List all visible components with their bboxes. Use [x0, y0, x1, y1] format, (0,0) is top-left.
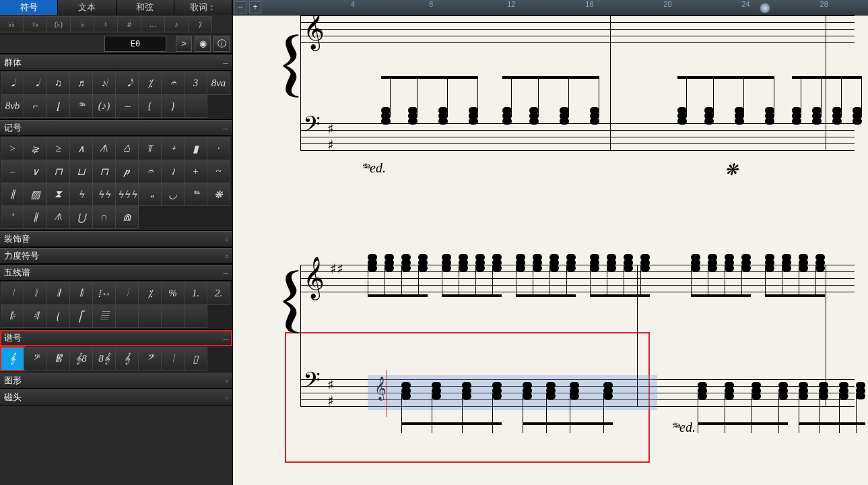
acc-cell[interactable]: …: [141, 16, 165, 32]
palette-cell[interactable]: ⎡: [69, 304, 93, 328]
palette-cell[interactable]: 𝄄: [115, 282, 139, 305]
section-staff-header[interactable]: 五线谱 –: [0, 265, 232, 281]
palette-cell[interactable]: [184, 94, 207, 118]
tab-text[interactable]: 文本: [58, 0, 116, 15]
palette-cell[interactable]: [184, 304, 207, 328]
palette-cell[interactable]: 𝄢: [24, 347, 47, 370]
palette-cell[interactable]: ⁒: [138, 71, 162, 95]
palette-cell[interactable]: 𝄚: [92, 304, 116, 328]
palette-cell[interactable]: ￬: [161, 137, 185, 160]
tab-chord[interactable]: 和弦: [116, 0, 174, 15]
palette-cell[interactable]: 8𝄞: [92, 347, 116, 370]
palette-cell[interactable]: ~: [207, 160, 230, 183]
palette-cell[interactable]: ⊓: [92, 160, 116, 183]
palette-cell[interactable]: 𝄁: [24, 282, 47, 305]
palette-cell[interactable]: ϟ: [69, 183, 93, 206]
palette-cell[interactable]: ∨: [24, 160, 47, 183]
palette-cell[interactable]: 𝄀: [1, 282, 24, 305]
palette-cell[interactable]: ∥: [24, 205, 47, 229]
palette-cell[interactable]: ≀: [161, 160, 185, 183]
palette-cell[interactable]: ⪈: [24, 137, 47, 160]
palette-cell[interactable]: ▮: [184, 137, 207, 160]
palette-cell[interactable]: +: [184, 160, 207, 183]
palette-cell[interactable]: 𝄡: [46, 347, 70, 370]
tab-lyric[interactable]: 歌词：: [174, 0, 232, 15]
palette-cell[interactable]: %: [161, 282, 185, 305]
palette-cell[interactable]: ⌐: [24, 94, 47, 118]
palette-cell[interactable]: 𝆮: [69, 94, 93, 118]
acc-cell[interactable]: #: [117, 16, 141, 32]
palette-cell[interactable]: ∩: [92, 205, 116, 229]
section-dynamics-header[interactable]: 力度符号 ▫: [0, 248, 232, 264]
section-marks-header[interactable]: 记号 –: [0, 120, 232, 136]
palette-cell[interactable]: ▨: [24, 183, 47, 206]
palette-cell[interactable]: 𝄞: [115, 347, 139, 370]
palette-cell[interactable]: 1.: [184, 282, 207, 305]
acc-cell[interactable]: ♮: [94, 16, 118, 32]
palette-cell[interactable]: ⩚: [46, 205, 70, 229]
palette-cell[interactable]: 𝅘𝅥: [24, 71, 47, 95]
palette-cell[interactable]: ⊔: [69, 160, 93, 183]
palette-cell[interactable]: ┄: [115, 94, 139, 118]
palette-cell[interactable]: (♪): [92, 94, 116, 118]
color-wheel-icon[interactable]: ◉: [195, 36, 211, 52]
palette-cell[interactable]: ▯: [184, 347, 207, 370]
palette-cell[interactable]: [161, 304, 185, 328]
acc-cell[interactable]: ♭♭: [0, 16, 24, 32]
acc-cell[interactable]: ♭: [70, 16, 94, 32]
palette-cell[interactable]: 𝄇: [24, 304, 47, 328]
acc-cell[interactable]: (♭): [46, 16, 71, 32]
palette-cell[interactable]: 𝄐: [138, 160, 162, 183]
palette-cell[interactable]: ⁞↔: [92, 282, 116, 305]
section-grace-header[interactable]: 装饰音 ▫: [0, 231, 232, 247]
palette-cell[interactable]: ❋: [207, 183, 230, 206]
palette-cell[interactable]: ∥: [1, 183, 24, 206]
palette-cell[interactable]: 𝅘𝅥𝅮: [115, 71, 139, 95]
info-icon[interactable]: ⓘ: [213, 36, 230, 52]
section-group-header[interactable]: 群体 –: [0, 55, 232, 71]
acc-cell[interactable]: ♮♭: [23, 16, 47, 32]
palette-cell[interactable]: ’: [1, 205, 24, 229]
palette-cell[interactable]: 3: [184, 71, 207, 95]
palette-cell[interactable]: ⩟: [115, 137, 139, 160]
palette-cell[interactable]: 𝅘𝅥.: [1, 71, 24, 95]
palette-cell[interactable]: }: [161, 94, 185, 118]
score-canvas[interactable]: 𝄔 𝄞 𝄢 ♯♯ 𝆮ed. ❋: [233, 15, 868, 485]
palette-cell[interactable]: 𝄃: [69, 282, 93, 305]
acc-cell[interactable]: ⁒: [188, 16, 212, 32]
zoom-in-button[interactable]: +: [249, 1, 261, 13]
palette-cell[interactable]: 𝅝: [138, 183, 162, 206]
palette-cell[interactable]: {: [138, 94, 162, 118]
accent-icon[interactable]: >: [176, 36, 192, 52]
palette-cell[interactable]: 2.: [207, 282, 230, 305]
palette-cell[interactable]: ⋃: [69, 205, 93, 229]
palette-cell[interactable]: ≥: [46, 137, 70, 160]
palette-cell[interactable]: {: [46, 304, 70, 328]
ruler-track[interactable]: 481216202428: [267, 0, 868, 15]
section-shape-header[interactable]: 图形 ▫: [0, 373, 232, 389]
palette-cell[interactable]: ·: [207, 137, 230, 160]
palette-cell[interactable]: ♫: [46, 71, 70, 95]
palette-cell[interactable]: 𝄆: [1, 304, 24, 328]
palette-cell[interactable]: ϟϟ: [92, 183, 116, 206]
palette-cell[interactable]: ⩚: [92, 137, 116, 160]
palette-cell[interactable]: ⊓: [46, 160, 70, 183]
acc-cell[interactable]: ♪: [164, 16, 189, 32]
palette-cell[interactable]: ◡: [161, 183, 185, 206]
tab-symbol[interactable]: 符号: [0, 0, 58, 15]
palette-cell[interactable]: ♬: [69, 71, 93, 95]
palette-cell[interactable]: ⫪: [138, 137, 162, 160]
palette-cell[interactable]: ♪𝄀: [92, 71, 116, 95]
section-head-header[interactable]: 磁头 ▫: [0, 389, 232, 406]
palette-cell[interactable]: 𝆮: [184, 183, 207, 206]
palette-cell[interactable]: 𝄢: [138, 347, 162, 370]
palette-cell[interactable]: ⌊: [46, 94, 70, 118]
palette-cell[interactable]: 𝄐: [161, 71, 185, 95]
palette-cell[interactable]: [138, 304, 162, 328]
palette-cell[interactable]: 𝄞8: [69, 347, 93, 370]
palette-cell[interactable]: >: [1, 137, 24, 160]
palette-cell[interactable]: ⧗: [46, 183, 70, 206]
zoom-out-button[interactable]: –: [234, 1, 246, 13]
palette-cell[interactable]: 𝆏: [115, 160, 139, 183]
palette-cell[interactable]: 𝄀: [161, 347, 185, 370]
